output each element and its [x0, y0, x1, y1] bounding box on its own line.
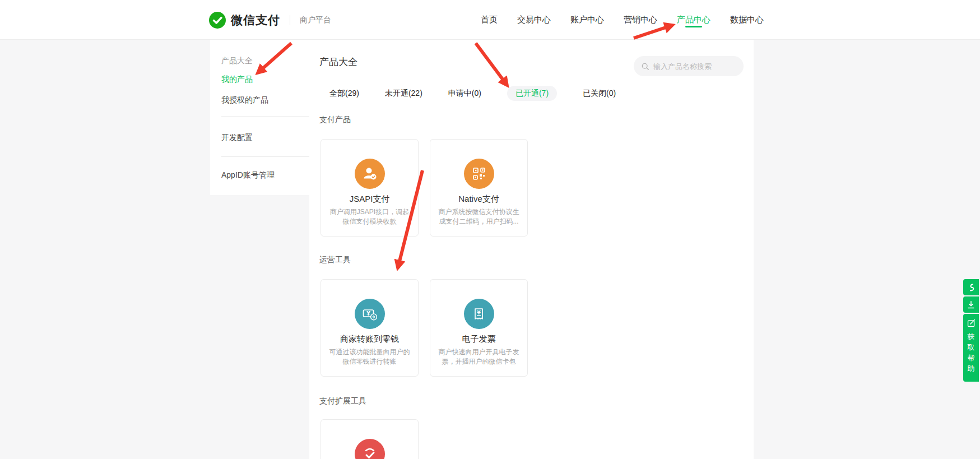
sidebar-item-my-products[interactable]: 我的产品 [221, 73, 253, 85]
nav-item-marketing-center[interactable]: 营销中心 [624, 0, 657, 40]
product-search[interactable] [634, 56, 744, 76]
product-card-transfer[interactable]: ¥ 商家转账到零钱 可通过该功能批量向用户的微信零钱进行转账 [321, 279, 419, 377]
product-desc: 商户调用JSAPI接口，调起微信支付模块收款 [328, 207, 411, 226]
sidebar-item-all-products[interactable]: 产品大全 [221, 55, 253, 66]
svg-text:¥: ¥ [477, 309, 481, 316]
qrcode-icon [464, 159, 494, 189]
nav-item-product-center[interactable]: 产品中心 [677, 0, 710, 40]
svg-text:¥: ¥ [366, 310, 370, 317]
user-check-icon [355, 159, 385, 189]
sidebar-item-dev-config[interactable]: 开发配置 [221, 132, 253, 143]
download-icon [966, 300, 976, 310]
nav-item-data-center[interactable]: 数据中心 [730, 0, 764, 40]
tab-all[interactable]: 全部(29) [329, 86, 359, 101]
get-help-button[interactable]: 获取帮助 [963, 314, 979, 382]
sidebar: 产品大全 我的产品 我授权的产品 开发配置 AppID账号管理 [210, 40, 309, 195]
page-title: 产品大全 [319, 55, 357, 68]
feedback-icon [967, 318, 976, 328]
card-row [321, 419, 419, 459]
tab-closed[interactable]: 已关闭(0) [583, 86, 616, 101]
product-card-einvoice[interactable]: ¥ 电子发票 商户快速向用户开具电子发票，并插用户的微信卡包 [430, 279, 528, 377]
product-desc: 可通过该功能批量向用户的微信零钱进行转账 [328, 347, 411, 367]
product-name: Native支付 [430, 194, 527, 205]
nav-item-transaction-center[interactable]: 交易中心 [517, 0, 551, 40]
brand-divider [290, 15, 290, 25]
topbar: 微信支付 商户平台 首页 交易中心 账户中心 营销中心 产品中心 数据中心 [0, 0, 980, 40]
card-row: ¥ 商家转账到零钱 可通过该功能批量向用户的微信零钱进行转账 ¥ 电子发票 商户… [321, 279, 528, 377]
red-packet-icon [355, 439, 385, 459]
status-tabs: 全部(29) 未开通(22) 申请中(0) 已开通(7) 已关闭(0) [329, 86, 616, 101]
wechat-pay-logo-icon [209, 12, 226, 29]
tab-not-activated[interactable]: 未开通(22) [385, 86, 422, 101]
sidebar-divider [221, 156, 309, 157]
card-row: JSAPI支付 商户调用JSAPI接口，调起微信支付模块收款 [321, 139, 528, 237]
main-panel: 产品大全 全部(29) 未开通(22) 申请中(0) 已开通(7) 已关闭(0)… [309, 40, 754, 459]
download-button[interactable] [963, 296, 979, 313]
product-name: 电子发票 [430, 334, 527, 345]
sidebar-divider [221, 116, 309, 117]
brand-name: 微信支付 [231, 12, 280, 28]
nav-item-account-center[interactable]: 账户中心 [570, 0, 604, 40]
tab-applying[interactable]: 申请中(0) [448, 86, 481, 101]
product-desc: 商户快速向用户开具电子发票，并插用户的微信卡包 [438, 347, 520, 367]
sidebar-item-appid-account[interactable]: AppID账号管理 [221, 169, 275, 180]
link-icon [967, 282, 976, 293]
help-rail: 获取帮助 [963, 279, 979, 383]
section-title-operation-tools: 运营工具 [319, 255, 351, 265]
search-input[interactable] [653, 62, 737, 71]
product-name: JSAPI支付 [321, 194, 418, 205]
section-title-payment-products: 支付产品 [319, 115, 351, 125]
main-nav: 首页 交易中心 账户中心 营销中心 产品中心 数据中心 [481, 0, 764, 40]
section-title-payment-extension-tools: 支付扩展工具 [319, 396, 366, 406]
tab-activated[interactable]: 已开通(7) [507, 86, 557, 101]
brand[interactable]: 微信支付 商户平台 [209, 0, 331, 40]
sidebar-item-authorized-products[interactable]: 我授权的产品 [221, 94, 268, 105]
link-button[interactable] [963, 279, 979, 295]
product-card-jsapi[interactable]: JSAPI支付 商户调用JSAPI接口，调起微信支付模块收款 [321, 139, 419, 237]
get-help-label: 获取帮助 [967, 331, 976, 374]
search-icon [641, 62, 649, 71]
product-name: 商家转账到零钱 [321, 334, 418, 345]
product-card-native[interactable]: Native支付 商户系统按微信支付协议生成支付二维码，用户扫码... [430, 139, 528, 237]
product-desc: 商户系统按微信支付协议生成支付二维码，用户扫码... [438, 207, 520, 226]
invoice-icon: ¥ [464, 299, 494, 329]
brand-subtitle: 商户平台 [300, 15, 331, 25]
product-card-red-packet[interactable] [321, 419, 419, 459]
banknote-transfer-icon: ¥ [355, 299, 385, 329]
nav-item-home[interactable]: 首页 [481, 0, 498, 40]
